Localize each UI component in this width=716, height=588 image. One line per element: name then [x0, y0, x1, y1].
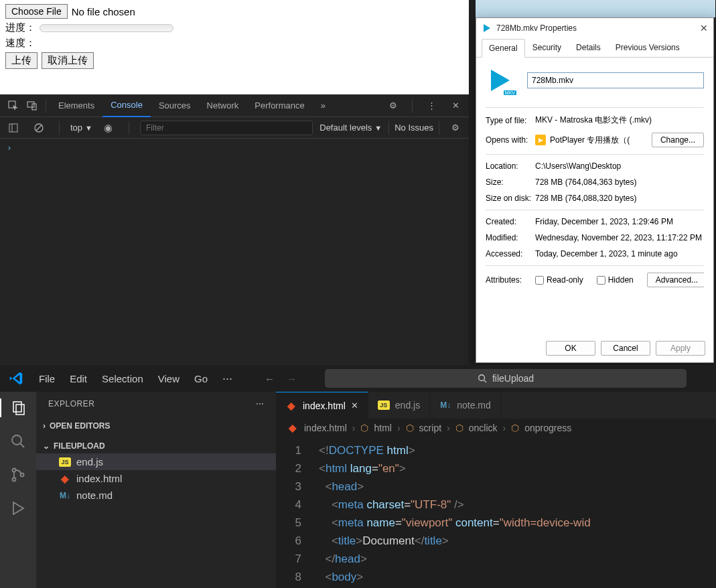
context-selector[interactable]: top▼ [70, 123, 92, 133]
symbol-icon: ⬡ [360, 423, 368, 433]
file-type-icon [482, 23, 492, 33]
line-gutter: 12345678 [276, 437, 312, 588]
command-center-search[interactable]: fileUpload [325, 369, 687, 388]
chevron-right-icon: › [43, 421, 46, 431]
tab-close-icon[interactable]: ✕ [351, 400, 358, 411]
close-icon[interactable]: ✕ [446, 96, 465, 115]
opens-value: PotPlayer 专用播放（( [550, 135, 630, 146]
cancel-upload-button[interactable]: 取消上传 [42, 52, 94, 69]
properties-dialog: 728Mb.mkv Properties ✕ General Security … [476, 17, 714, 363]
menu-file[interactable]: File [39, 373, 55, 384]
apply-button[interactable]: Apply [656, 341, 705, 356]
accessed-label: Accessed: [486, 249, 535, 259]
settings-icon[interactable]: ⚙ [384, 96, 403, 115]
type-value: MKV - Matroska 电影文件 (.mkv) [535, 115, 704, 126]
hidden-checkbox[interactable]: Hidden [597, 275, 634, 285]
symbol-icon: ⬡ [406, 423, 414, 433]
code-lines: <!DOCTYPE html> <html lang="en"> <head> … [312, 437, 591, 588]
created-value: Friday, December 1, 2023, 1:29:46 PM [535, 217, 704, 226]
prop-tab-previous[interactable]: Previous Versions [608, 38, 687, 57]
chevron-down-icon: ⌄ [43, 441, 50, 451]
console-settings-icon[interactable]: ⚙ [446, 119, 465, 137]
console-sidebar-icon[interactable] [4, 119, 23, 137]
tab-performance[interactable]: Performance [246, 94, 312, 117]
attributes-label: Attributes: [486, 275, 535, 285]
tab-elements[interactable]: Elements [50, 94, 102, 117]
change-app-button[interactable]: Change... [652, 133, 704, 147]
dialog-close-icon[interactable]: ✕ [700, 23, 708, 33]
md-file-icon: M↓ [59, 491, 71, 500]
nav-forward-icon[interactable]: → [287, 373, 297, 384]
device-toolbar-icon[interactable] [23, 96, 42, 115]
code-editor[interactable]: 12345678 <!DOCTYPE html> <html lang="en"… [276, 437, 716, 588]
menu-go[interactable]: Go [194, 373, 208, 384]
menu-view[interactable]: View [158, 373, 180, 384]
readonly-checkbox[interactable]: Read-only [535, 275, 583, 285]
live-expression-icon[interactable]: ◉ [99, 119, 118, 137]
svg-rect-1 [27, 102, 34, 107]
prop-tab-general[interactable]: General [482, 39, 525, 58]
file-note-md[interactable]: M↓note.md [36, 487, 276, 504]
size-on-disk-value: 728 MB (764,088,320 bytes) [535, 194, 704, 203]
editor-tab-end[interactable]: JSend.js [368, 392, 430, 419]
tab-console[interactable]: Console [102, 94, 151, 117]
desktop-background [476, 0, 715, 17]
prop-tab-security[interactable]: Security [525, 38, 569, 57]
speed-label: 速度： [5, 37, 35, 50]
file-end-js[interactable]: JSend.js [36, 453, 276, 470]
location-value: C:\Users\Wang\Desktop [535, 161, 704, 171]
size-on-disk-label: Size on disk: [486, 194, 535, 203]
console-filter-input[interactable] [140, 121, 313, 135]
more-icon[interactable]: ⋮ [422, 96, 441, 115]
explorer-icon[interactable] [0, 398, 36, 417]
run-debug-icon[interactable] [9, 499, 27, 518]
ok-button[interactable]: OK [546, 341, 595, 356]
file-index-html[interactable]: ◆index.html [36, 470, 276, 487]
location-label: Location: [486, 161, 535, 171]
log-levels-selector[interactable]: Default levels▼ [319, 123, 382, 133]
breadcrumb[interactable]: ◆index.html› ⬡html› ⬡script› ⬡onclick› ⬡… [276, 419, 716, 437]
upload-button[interactable]: 上传 [5, 52, 38, 69]
dialog-title: 728Mb.mkv Properties [496, 23, 577, 33]
filename-input[interactable] [527, 72, 704, 88]
type-label: Type of file: [486, 116, 535, 125]
html-file-icon: ◆ [285, 401, 297, 411]
search-activity-icon[interactable] [9, 432, 27, 451]
menu-edit[interactable]: Edit [70, 373, 87, 384]
console-prompt[interactable]: › [0, 139, 469, 157]
html-file-icon: ◆ [287, 423, 299, 433]
issues-counter[interactable]: No Issues [388, 121, 439, 135]
explorer-more-icon[interactable]: ⋯ [256, 399, 265, 409]
menu-selection[interactable]: Selection [102, 373, 143, 384]
svg-point-11 [12, 435, 21, 445]
menu-overflow-icon[interactable]: ⋯ [222, 372, 232, 384]
tab-sources[interactable]: Sources [151, 94, 199, 117]
editor-tab-index[interactable]: ◆index.html✕ [276, 392, 368, 419]
svg-rect-3 [9, 124, 17, 132]
created-label: Created: [486, 217, 535, 226]
prop-tab-details[interactable]: Details [569, 38, 608, 57]
source-control-icon[interactable] [9, 465, 27, 484]
nav-back-icon[interactable]: ← [265, 373, 275, 384]
file-chosen-label: No file chosen [72, 6, 135, 17]
editor-tab-note[interactable]: M↓note.md [430, 392, 501, 419]
folder-section[interactable]: ⌄FILEUPLOAD [36, 439, 276, 453]
svg-point-14 [13, 478, 16, 482]
progress-bar [40, 24, 173, 32]
open-editors-section[interactable]: ›OPEN EDITORS [36, 419, 276, 433]
large-file-icon: MKV [486, 66, 515, 95]
clear-console-icon[interactable] [29, 119, 48, 137]
svg-point-13 [13, 469, 16, 472]
explorer-title: EXPLORER [48, 399, 94, 409]
svg-point-7 [479, 375, 485, 381]
devtools-panel: Elements Console Sources Network Perform… [0, 94, 469, 365]
tabs-overflow[interactable]: » [313, 94, 334, 117]
advanced-button[interactable]: Advanced... [647, 273, 704, 287]
cancel-button[interactable]: Cancel [601, 341, 650, 356]
tab-network[interactable]: Network [199, 94, 247, 117]
svg-line-6 [36, 125, 42, 131]
editor-area: ◆index.html✕ JSend.js M↓note.md ◆index.h… [276, 392, 716, 588]
inspect-icon[interactable] [4, 96, 23, 115]
choose-file-button[interactable]: Choose File [5, 4, 68, 19]
svg-rect-9 [13, 402, 21, 412]
